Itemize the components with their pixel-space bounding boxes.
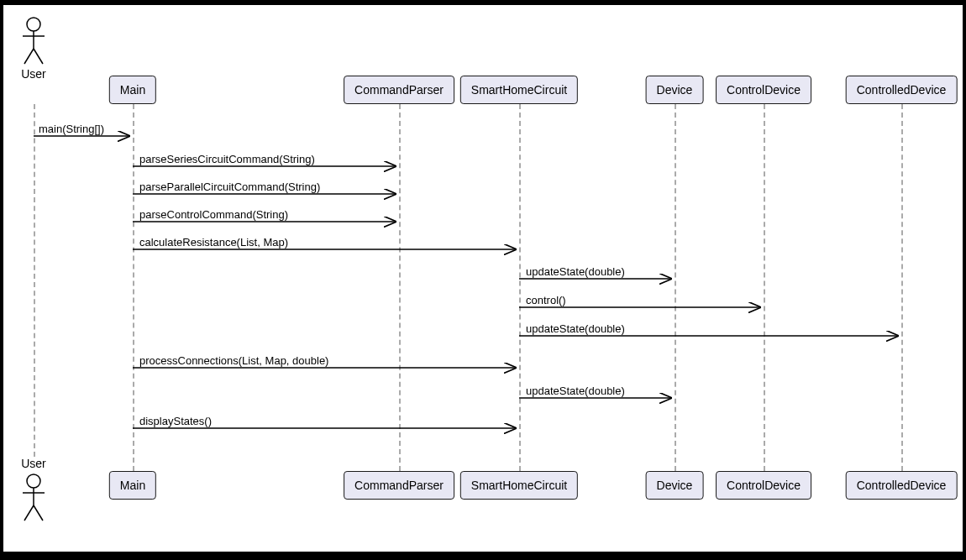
msg-parse-parallel: parseParallelCircuitCommand(String) — [139, 181, 320, 193]
participant-device-bottom: Device — [646, 471, 704, 500]
msg-parse-control: parseControlCommand(String) — [139, 208, 288, 221]
msg-control: control() — [526, 294, 566, 306]
svg-line-9 — [34, 505, 43, 521]
participant-smarthomecircuit-bottom: SmartHomeCircuit — [460, 471, 578, 500]
svg-line-4 — [34, 49, 43, 64]
svg-point-0 — [27, 18, 40, 31]
participant-smarthomecircuit-top: SmartHomeCircuit — [460, 76, 578, 104]
svg-point-5 — [27, 474, 40, 488]
sequence-diagram: User User Main Main CommandParse — [3, 5, 963, 552]
msg-process-connections: processConnections(List, Map, double) — [139, 354, 328, 367]
svg-line-8 — [24, 505, 34, 521]
participant-controlleddevice-bottom: ControlledDevice — [846, 471, 958, 500]
msg-parse-series: parseSeriesCircuitCommand(String) — [139, 153, 315, 165]
msg-display-states: displayStates() — [139, 415, 212, 427]
participant-main-bottom: Main — [109, 471, 156, 500]
participant-controldevice-bottom: ControlDevice — [716, 471, 811, 500]
svg-line-3 — [24, 49, 34, 64]
participant-device-top: Device — [646, 76, 704, 104]
participant-main-top: Main — [109, 76, 156, 104]
msg-update-state-1: updateState(double) — [526, 265, 625, 278]
msg-update-state-3: updateState(double) — [526, 385, 625, 397]
msg-main: main(String[]) — [39, 123, 104, 135]
participant-commandparser-bottom: CommandParser — [344, 471, 454, 500]
msg-calc-resistance: calculateResistance(List, Map) — [139, 236, 288, 249]
actor-user-bottom-label: User — [21, 457, 46, 470]
msg-update-state-2: updateState(double) — [526, 322, 625, 335]
participant-controlleddevice-top: ControlledDevice — [846, 76, 958, 104]
participant-controldevice-top: ControlDevice — [716, 76, 811, 104]
actor-user-top-label: User — [21, 67, 46, 81]
participant-commandparser-top: CommandParser — [344, 76, 454, 104]
